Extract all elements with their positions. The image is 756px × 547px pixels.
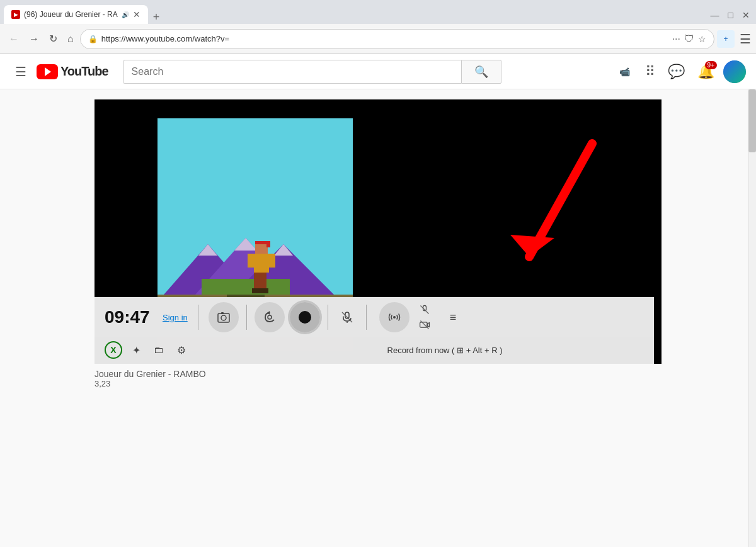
divider-2 [246, 305, 247, 330]
maximize-button[interactable]: □ [724, 6, 737, 24]
tab-bar: ▶ (96) Joueur du Grenier - RA 🔊 ✕ + — □ … [0, 0, 756, 24]
extension-icon-1[interactable]: + [717, 30, 735, 48]
svg-rect-15 [269, 254, 275, 268]
content-area: 09:47 Sign in [0, 89, 756, 547]
upload-button[interactable]: 📹 [613, 63, 636, 81]
broadcast-icon [387, 310, 401, 324]
rewind-icon [263, 310, 277, 324]
address-text: https://www.youtube.com/watch?v= [101, 34, 668, 43]
avatar-image [723, 60, 746, 83]
browser-menu-button[interactable]: ☰ [740, 31, 751, 47]
tab-audio-icon: 🔊 [122, 11, 129, 18]
svg-marker-25 [267, 311, 270, 315]
yt-logo-icon [37, 64, 58, 79]
broadcast-button[interactable] [379, 302, 410, 332]
svg-point-23 [221, 315, 226, 320]
yt-menu-button[interactable]: ☰ [10, 59, 32, 84]
game-bar-bottom: X ✦ 🗀 ⚙ Record from now ( ⊞ + Alt + R ) [94, 337, 654, 364]
header-actions: 📹 ⠿ 💬 🔔 9+ [613, 60, 746, 84]
address-dots[interactable]: ··· [672, 33, 680, 45]
tab-close-btn[interactable]: ✕ [133, 9, 140, 20]
rewind-record-button[interactable] [255, 302, 285, 332]
record-label: Record from now ( ⊞ + Alt + R ) [246, 346, 644, 355]
video-container: 09:47 Sign in [94, 99, 662, 393]
svg-rect-24 [221, 312, 224, 314]
svg-line-33 [420, 305, 428, 313]
view-count: 3,23 [94, 379, 662, 388]
svg-rect-18 [252, 288, 261, 293]
more-button[interactable]: ≡ [450, 311, 457, 324]
chat-button[interactable]: 💬 [664, 60, 689, 84]
notifications-button[interactable]: 🔔 9+ [694, 60, 718, 84]
bookmark-icon[interactable]: ☆ [698, 34, 706, 44]
scrollbar-thumb[interactable] [748, 89, 756, 152]
new-tab-button[interactable]: + [148, 11, 165, 24]
extensions-area: + [717, 30, 735, 48]
home-button[interactable]: ⌂ [64, 30, 77, 48]
search-input[interactable] [123, 60, 461, 84]
svg-rect-12 [266, 241, 270, 247]
record-indicator [299, 311, 311, 324]
game-bar-main: 09:47 Sign in [94, 297, 654, 337]
cam-off-icon [419, 319, 430, 330]
browser-chrome: ▶ (96) Joueur du Grenier - RA 🔊 ✕ + — □ … [0, 0, 756, 54]
divider-3 [328, 305, 328, 330]
folder-button[interactable]: 🗀 [150, 341, 168, 359]
cam-off-button[interactable] [415, 318, 435, 332]
svg-rect-8 [202, 279, 290, 295]
svg-marker-21 [510, 235, 554, 257]
close-button[interactable]: ✕ [738, 6, 753, 24]
stacked-icons [415, 303, 435, 332]
video-title: Joueur du Grenier - RAMBO [94, 369, 662, 379]
record-button[interactable] [290, 302, 320, 332]
svg-rect-22 [218, 313, 229, 322]
svg-marker-35 [427, 323, 429, 327]
xbox-button[interactable]: X [105, 341, 122, 359]
yt-logo-text: YouTube [60, 64, 108, 79]
screenshot-button[interactable] [209, 302, 239, 332]
refresh-button[interactable]: ↻ [45, 29, 61, 48]
notification-badge: 9+ [705, 61, 717, 69]
youtube-header: ☰ YouTube 🔍 📹 ⠿ 💬 🔔 9+ [0, 54, 756, 89]
search-icon: 🔍 [474, 65, 488, 79]
user-avatar[interactable] [723, 60, 746, 83]
svg-point-26 [268, 315, 272, 319]
game-bar-time: 09:47 [105, 307, 155, 327]
video-player[interactable]: 09:47 Sign in [94, 99, 662, 364]
svg-rect-11 [255, 241, 268, 244]
screenshot-icon [217, 310, 231, 324]
pocket-icon[interactable]: 🛡 [684, 33, 694, 45]
tab-title: (96) Joueur du Grenier - RA [24, 10, 118, 19]
svg-rect-13 [254, 254, 269, 273]
youtube-logo[interactable]: YouTube [37, 64, 108, 79]
yt-play-triangle [45, 67, 51, 76]
active-tab[interactable]: ▶ (96) Joueur du Grenier - RA 🔊 ✕ [4, 5, 148, 24]
settings-button[interactable]: ⚙ [173, 341, 190, 359]
video-camera-icon: 📹 [619, 67, 630, 77]
sign-in-link[interactable]: Sign in [163, 313, 188, 322]
navigation-bar: ← → ↻ ⌂ 🔒 https://www.youtube.com/watch?… [0, 24, 756, 54]
svg-rect-19 [260, 288, 268, 293]
back-button[interactable]: ← [5, 30, 23, 48]
main-content: 09:47 Sign in [0, 89, 756, 547]
svg-rect-14 [248, 254, 254, 268]
game-bar-overlay: 09:47 Sign in [94, 297, 654, 364]
address-bar[interactable]: 🔒 https://www.youtube.com/watch?v= ··· 🛡… [80, 29, 714, 49]
search-button[interactable]: 🔍 [461, 60, 501, 84]
game-bar-controls: ≡ [209, 302, 457, 332]
xbox-icon: X [110, 345, 116, 355]
svg-point-31 [393, 316, 396, 319]
sparkle-button[interactable]: ✦ [127, 341, 145, 359]
search-form: 🔍 [123, 60, 501, 84]
minimize-button[interactable]: — [707, 6, 723, 24]
red-arrow-svg [472, 131, 611, 295]
divider-4 [366, 305, 367, 330]
mic-off-2-icon [419, 304, 430, 315]
mic-off-2-button[interactable] [415, 303, 435, 317]
scrollbar-track[interactable] [748, 89, 756, 547]
forward-button[interactable]: → [25, 30, 43, 48]
mic-off-icon [340, 310, 354, 324]
mic-off-button[interactable] [336, 306, 358, 329]
apps-button[interactable]: ⠿ [641, 60, 659, 84]
lock-icon: 🔒 [88, 35, 98, 43]
